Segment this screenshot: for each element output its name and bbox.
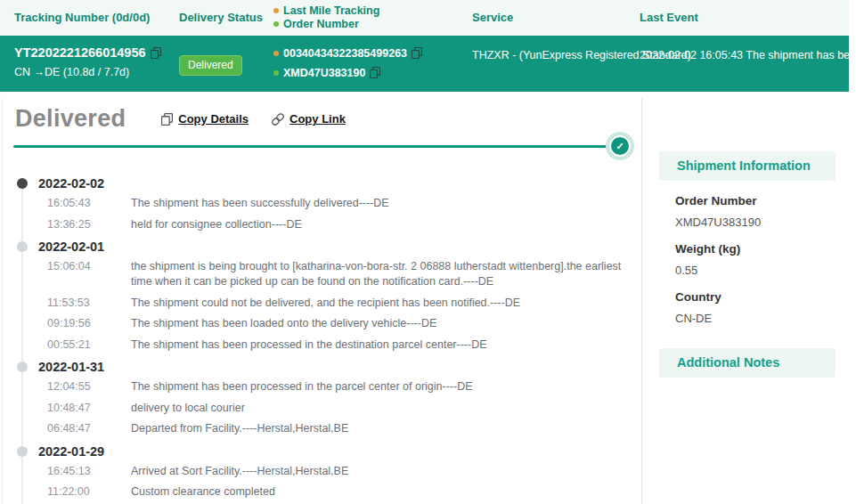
results-header-row: Tracking Number (0d/0d) Delivery Status …	[0, 0, 849, 36]
shipment-info-sidebar: Shipment Information Order Number XMD47U…	[643, 98, 856, 504]
last-event-column-header: Last Event	[640, 11, 698, 24]
additional-notes-header: Additional Notes	[659, 348, 836, 378]
event-time: 10:48:47	[47, 401, 131, 416]
shipment-information-header: Shipment Information	[659, 151, 836, 181]
orange-dot-icon	[273, 51, 279, 56]
event-description: The shipment could not be delivered, and…	[131, 296, 520, 311]
timeline-group: 2022-02-01 15:06:04 the shipment is bein…	[3, 238, 641, 353]
copy-details-label: Copy Details	[178, 112, 249, 126]
shipment-summary-row: YT2202221266014956 CN →DE (10.8d / 7.7d)…	[0, 36, 849, 92]
tracking-number-text: YT2202221266014956	[14, 45, 146, 60]
timeline-event: 13:36:25 held for consignee collection--…	[3, 217, 641, 232]
timeline-event: 16:05:43 The shipment has been successfu…	[3, 196, 641, 211]
order-number-header-line: Order Number	[273, 18, 359, 30]
delivered-status-badge: Delivered	[179, 55, 242, 76]
copy-icon	[161, 113, 173, 126]
copy-link-label: Copy Link	[289, 112, 346, 126]
event-description: delivery to local courier	[131, 401, 245, 416]
delivered-check-icon: ✓	[611, 137, 629, 155]
last-mile-header-label: Last Mile Tracking	[283, 4, 379, 17]
country-label: Country	[675, 290, 856, 304]
tracking-timeline: 2022-02-02 16:05:43 The shipment has bee…	[3, 175, 641, 504]
copy-details-button[interactable]: Copy Details	[161, 112, 249, 126]
last-mile-header-line: Last Mile Tracking	[273, 4, 379, 17]
event-description: The shipment has been processed in the d…	[131, 337, 487, 353]
timeline-bullet-icon	[17, 446, 28, 457]
last-mile-tracking-text: 00340434322385499263	[283, 47, 407, 60]
weight-label: Weight (kg)	[675, 242, 856, 256]
service-value: THZXR - (YunExpress Registered Standard)	[472, 46, 632, 65]
tracking-detail-panel: Delivered Copy Details Copy Link ✓ 2022-…	[2, 98, 642, 504]
timeline-event: 12:04:55 The shipment has been processed…	[3, 379, 641, 394]
weight-value: 0.55	[675, 264, 856, 277]
event-time: 09:19:56	[47, 316, 131, 331]
copy-link-button[interactable]: Copy Link	[272, 112, 346, 126]
green-dot-icon	[273, 21, 279, 27]
event-description: The shipment has been processed in the p…	[131, 379, 473, 394]
event-description: the shipment is being brought to [kathar…	[131, 259, 630, 289]
last-event-value: 2022-02-02 16:05:43 The shipment has bee…	[640, 46, 843, 65]
timeline-group: 2022-01-31 12:04:55 The shipment has bee…	[3, 358, 641, 436]
order-number-text: XMD47U383190	[283, 67, 365, 79]
timeline-event: 06:48:47 Departed from Facility.----Hers…	[3, 421, 641, 436]
event-description: The shipment has been successfully deliv…	[131, 196, 389, 211]
event-description: held for consignee collection----DE	[131, 217, 302, 232]
event-time: 00:55:21	[47, 337, 131, 353]
route-and-transit-time: CN →DE (10.8d / 7.7d)	[14, 66, 129, 78]
link-icon	[272, 113, 284, 126]
service-column-header: Service	[472, 11, 513, 24]
event-time: 15:06:04	[47, 259, 131, 289]
event-time: 11:53:53	[47, 296, 131, 311]
page-title: Delivered	[15, 105, 126, 133]
timeline-bullet-icon	[17, 178, 28, 189]
country-value: CN-DE	[675, 312, 856, 325]
tracking-number-column-header: Tracking Number (0d/0d)	[14, 11, 150, 24]
timeline-event: 11:22:00 Custom clearance completed	[3, 484, 641, 500]
order-number-header-label: Order Number	[283, 18, 359, 30]
event-time: 13:36:25	[47, 217, 131, 232]
timeline-group: 2022-02-02 16:05:43 The shipment has bee…	[3, 175, 641, 232]
timeline-event: 16:45:13 Arrived at Sort Facility.----He…	[3, 464, 641, 479]
timeline-date: 2022-01-31	[38, 360, 104, 374]
copy-last-mile-icon[interactable]	[412, 47, 422, 59]
green-dot-icon	[273, 70, 279, 76]
timeline-event: 00:55:21 The shipment has been processed…	[3, 337, 641, 353]
event-description: Arrived at Sort Facility.----Herstal,Her…	[131, 464, 348, 479]
order-number-value: XMD47U383190	[273, 67, 380, 79]
delivery-status-column-header: Delivery Status	[179, 11, 263, 24]
event-time: 16:05:43	[47, 196, 131, 211]
progress-bar	[13, 145, 611, 148]
status-title-row: Delivered Copy Details Copy Link	[15, 105, 641, 133]
event-time: 11:22:00	[47, 484, 131, 500]
event-description: Departed from Facility.----Herstal,Herst…	[131, 421, 348, 436]
timeline-bullet-icon	[17, 362, 28, 372]
timeline-date: 2022-02-02	[38, 176, 104, 191]
event-time: 12:04:55	[47, 379, 131, 394]
event-time: 06:48:47	[47, 421, 131, 436]
timeline-event: 10:48:47 delivery to local courier	[3, 401, 641, 416]
lastmile-ordernumber-column-header: Last Mile Tracking Order Number	[273, 4, 379, 31]
event-description: The shipment has been loaded onto the de…	[131, 316, 436, 331]
shipment-info-fields: Order Number XMD47U383190 Weight (kg) 0.…	[643, 194, 856, 325]
timeline-date: 2022-02-01	[38, 240, 104, 254]
timeline-date: 2022-01-29	[38, 444, 104, 459]
orange-dot-icon	[273, 8, 279, 13]
tracking-number-value: YT2202221266014956	[14, 45, 161, 60]
copy-order-number-icon[interactable]	[370, 67, 380, 78]
timeline-event: 11:53:53 The shipment could not be deliv…	[3, 296, 641, 311]
event-description: Custom clearance completed	[131, 484, 275, 500]
order-number-label: Order Number	[675, 194, 856, 207]
timeline-group: 2022-01-29 16:45:13 Arrived at Sort Faci…	[3, 443, 641, 500]
timeline-event: 15:06:04 the shipment is being brought t…	[3, 259, 641, 289]
last-mile-tracking-value: 00340434322385499263	[273, 47, 422, 60]
order-number-value: XMD47U383190	[675, 215, 856, 229]
event-time: 16:45:13	[47, 464, 131, 479]
copy-tracking-number-icon[interactable]	[151, 47, 161, 59]
timeline-event: 09:19:56 The shipment has been loaded on…	[3, 316, 641, 331]
timeline-bullet-icon	[17, 241, 28, 252]
